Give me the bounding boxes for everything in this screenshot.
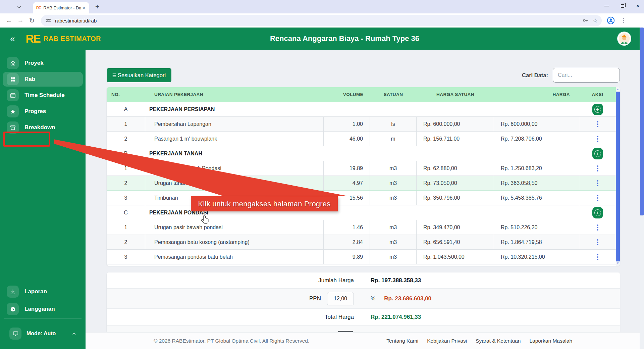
close-tab-icon[interactable]: × (81, 5, 87, 11)
page-scrollbar-thumb[interactable] (640, 28, 644, 215)
table-row[interactable]: 3Timbunan15.56m3Rp. 350.796,00Rp. 5.458.… (107, 191, 616, 205)
sidebar-item-rab[interactable]: Rab (3, 72, 83, 87)
row-actions-icon[interactable] (595, 252, 600, 262)
new-tab-button[interactable]: + (95, 3, 99, 11)
app-header: « RE RAB ESTIMATOR Rencana Anggaran Biay… (0, 28, 644, 50)
profile-icon[interactable] (606, 16, 615, 25)
row-satuan: m3 (370, 161, 417, 176)
sidebar-item-langganan[interactable]: Langganan (3, 302, 83, 316)
row-satuan: m3 (370, 250, 417, 264)
sidebar-item-label: Langganan (24, 306, 55, 312)
close-window-icon[interactable]: × (636, 3, 639, 9)
row-actions-icon[interactable] (595, 134, 600, 144)
footer-link-syarat-ketentuan[interactable]: Syarat & Ketentuan (476, 338, 521, 344)
row-harga: Rp. 600.000,00 (494, 117, 579, 131)
table-row[interactable]: 3Pemasangan pondasi batu belah9.89m3Rp. … (107, 250, 616, 264)
table-row[interactable]: 2Pemasangan batu kosong (anstamping)2.84… (107, 235, 616, 250)
sidebar-item-label: Proyek (24, 60, 44, 66)
sidebar-divider (4, 318, 82, 318)
row-satuan: m3 (370, 235, 417, 249)
row-actions-icon[interactable] (595, 237, 600, 247)
row-actions-icon[interactable] (595, 119, 600, 129)
row-number: 3 (107, 250, 145, 264)
mode-toggle[interactable]: Mode: Auto (3, 326, 83, 341)
row-actions-icon[interactable] (595, 163, 600, 173)
row-volume: 4.97 (324, 176, 370, 190)
sidebar-item-breakdown[interactable]: Breakdown (3, 120, 83, 135)
window-controls: × (604, 3, 639, 9)
scroll-down-icon[interactable]: ▼ (616, 261, 620, 265)
column-header: AKSI (579, 87, 616, 102)
adjust-category-label: Sesuaikan Kategori (118, 72, 166, 79)
scroll-up-icon[interactable]: ▲ (616, 88, 620, 92)
home-icon (7, 57, 19, 69)
row-uraian: Pemasangan pondasi batu belah (145, 250, 324, 264)
archive-icon (7, 121, 19, 134)
page-footer: © 2026 RABEstimator. PT Global Optima Ci… (86, 332, 644, 349)
reload-button[interactable]: ↻ (26, 15, 38, 26)
ppn-input[interactable] (327, 292, 354, 305)
footer-link-kebijakan-privasi[interactable]: Kebijakan Privasi (427, 338, 467, 344)
row-actions-icon[interactable] (595, 193, 600, 203)
column-header: HARGA SATUAN (417, 87, 494, 102)
chevron-down-icon (17, 5, 21, 9)
sidebar-item-progres[interactable]: Progres (3, 104, 83, 119)
url-text[interactable]: rabestimator.id/rab (55, 18, 582, 23)
table-row[interactable]: 1Urugan pasir bawah pondasi1.46m3Rp. 349… (107, 220, 616, 235)
forward-button[interactable]: → (15, 15, 26, 26)
site-settings-icon[interactable] (45, 17, 52, 24)
restore-icon[interactable] (621, 4, 624, 8)
tab-search-button[interactable] (14, 3, 24, 11)
bookmark-star-icon[interactable]: ☆ (593, 17, 598, 24)
chevron-up-icon (71, 331, 77, 336)
table-row[interactable]: 2Pasangan 1 m' bouwplank46.00mRp. 156.71… (107, 132, 616, 146)
row-volume: 2.84 (324, 235, 370, 249)
sidebar-item-label: Breakdown (24, 124, 55, 131)
browser-tabstrip: RE RAB Estimator - Dashboard × + × (0, 0, 644, 13)
adjust-category-button[interactable]: Sesuaikan Kategori (107, 68, 171, 82)
sidebar-collapse-icon[interactable]: « (10, 34, 15, 43)
star-icon (7, 105, 19, 117)
sidebar-item-laporan[interactable]: Laporan (3, 284, 83, 299)
row-harga: Rp. 1.864.719,58 (494, 235, 579, 249)
page-scrollbar[interactable] (640, 28, 644, 349)
table-scrollbar-thumb[interactable] (616, 92, 620, 261)
table-row[interactable]: 1Pembersihan Lapangan1.00lsRp. 600.000,0… (107, 117, 616, 132)
plus-icon: + (594, 150, 601, 157)
sidebar-nav: ProyekRabTime ScheduleProgresBreakdown (0, 50, 86, 135)
table-scrollbar[interactable]: ▲ ▼ (616, 87, 620, 266)
row-uraian: Pemasangan batu kosong (anstamping) (145, 235, 324, 249)
percent-sign: % (371, 296, 375, 302)
footer-link-laporkan-masalah[interactable]: Laporkan Masalah (529, 338, 572, 344)
back-button[interactable]: ← (3, 15, 15, 26)
table-row[interactable]: 2Urugan tanah kembali4.97m3Rp. 73.050,00… (107, 176, 616, 191)
browser-menu-icon[interactable]: ⋮ (621, 17, 626, 24)
row-uraian: Pasangan 1 m' bouwplank (145, 132, 324, 146)
row-satuan: m3 (370, 220, 417, 235)
browser-tab[interactable]: RE RAB Estimator - Dashboard × (33, 2, 89, 13)
sidebar-item-label: Time Schedule (24, 92, 65, 99)
footer-links: Tentang KamiKebijakan PrivasiSyarat & Ke… (386, 338, 572, 344)
minimize-icon[interactable] (604, 6, 609, 6)
footer-link-tentang-kami[interactable]: Tentang Kami (386, 338, 418, 344)
calendar-icon (7, 89, 19, 101)
column-header: NO. (107, 87, 145, 102)
password-key-icon[interactable] (582, 17, 589, 24)
url-bar[interactable]: rabestimator.id/rab ☆ (41, 15, 602, 26)
row-harga: Rp. 7.208.706,00 (494, 132, 579, 146)
row-uraian: Urugan tanah kembali (145, 176, 324, 190)
main-panel: Sesuaikan Kategori Cari Data: NO.URAIAN … (86, 50, 644, 349)
row-harga: Rp. 5.458.385,76 (494, 191, 579, 205)
sidebar-item-time-schedule[interactable]: Time Schedule (3, 88, 83, 103)
table-row[interactable]: 1Galian Tanah untuk Pondasi19.89m3Rp. 62… (107, 161, 616, 176)
sidebar-item-proyek[interactable]: Proyek (3, 56, 83, 70)
row-actions-icon[interactable] (595, 178, 600, 188)
add-item-button[interactable]: + (592, 207, 603, 218)
add-item-button[interactable]: + (592, 148, 603, 159)
search-input[interactable] (553, 68, 620, 83)
row-actions-icon[interactable] (595, 222, 600, 233)
row-harga: Rp. 10.320.215,00 (494, 250, 579, 264)
add-item-button[interactable]: + (592, 104, 603, 115)
row-satuan: ls (370, 117, 417, 131)
avatar[interactable] (618, 32, 631, 45)
